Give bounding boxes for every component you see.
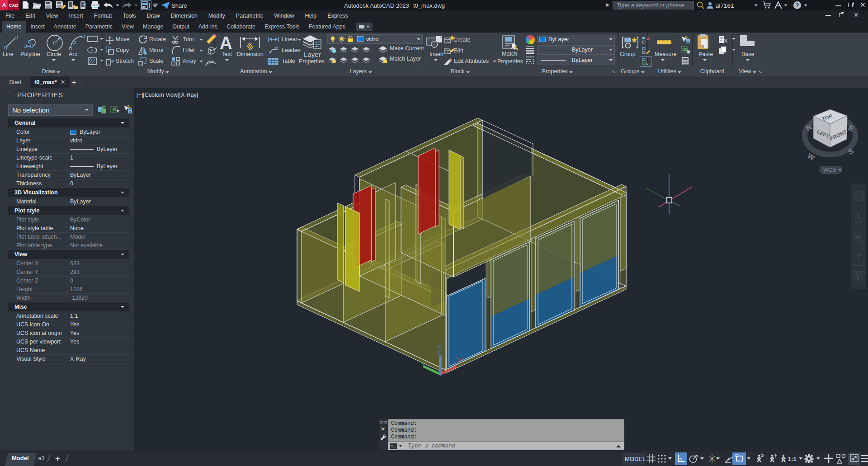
svg-text:S: S <box>847 146 855 155</box>
